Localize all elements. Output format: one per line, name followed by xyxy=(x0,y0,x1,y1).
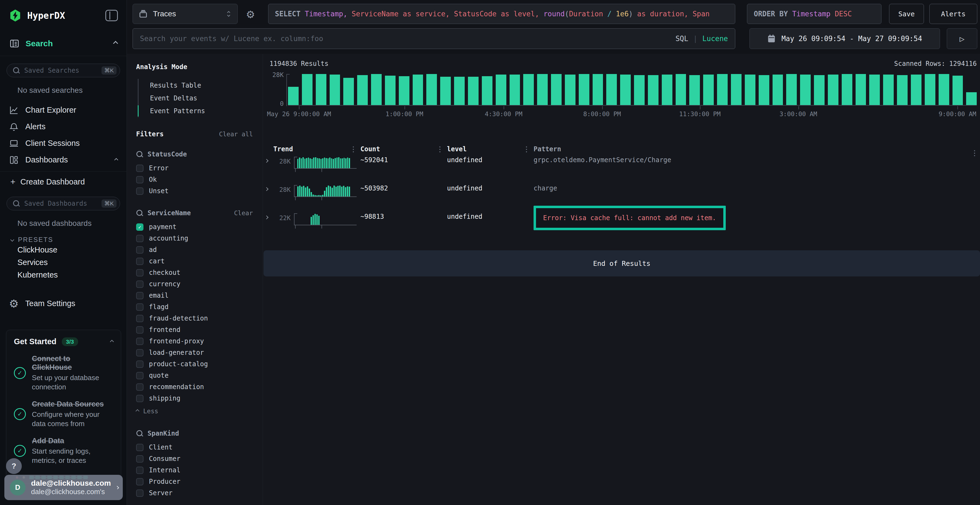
column-separator-icon[interactable] xyxy=(439,146,441,152)
histogram-bar[interactable] xyxy=(426,74,437,105)
checkbox[interactable] xyxy=(136,360,143,368)
checkbox[interactable] xyxy=(136,258,143,265)
sidebar-item-chart-explorer[interactable]: Chart Explorer xyxy=(0,102,127,118)
checkbox[interactable] xyxy=(136,338,143,345)
histogram-bar[interactable] xyxy=(482,76,492,105)
histogram-bar[interactable] xyxy=(565,75,576,105)
checkbox[interactable] xyxy=(136,349,143,356)
analysis-mode-item[interactable]: Results Table xyxy=(138,79,253,92)
date-range-picker[interactable]: May 26 09:09:54 - May 27 09:09:54 xyxy=(749,28,940,49)
histogram-bar[interactable] xyxy=(537,74,548,105)
analysis-mode-item[interactable]: Event Deltas xyxy=(138,92,253,105)
histogram-bar[interactable] xyxy=(939,74,949,105)
filter-option[interactable]: Producer xyxy=(136,476,253,487)
histogram-bar[interactable] xyxy=(842,74,852,105)
filter-option[interactable]: Server xyxy=(136,487,253,499)
filter-option[interactable]: frontend xyxy=(136,324,253,335)
histogram-bar[interactable] xyxy=(828,75,838,105)
histogram-bar[interactable] xyxy=(731,74,741,105)
chevron-right-icon[interactable] xyxy=(265,216,269,219)
sidebar-preset-item[interactable]: ClickHouse xyxy=(18,243,127,256)
histogram-bar[interactable] xyxy=(330,75,340,105)
histogram-bar[interactable] xyxy=(897,75,908,105)
histogram-bar[interactable] xyxy=(316,74,326,105)
histogram-bar[interactable] xyxy=(759,75,769,105)
run-query-button[interactable]: ▷ xyxy=(947,28,977,49)
filter-option[interactable]: Ok xyxy=(136,174,253,185)
checkbox[interactable] xyxy=(136,467,143,474)
checkbox[interactable] xyxy=(136,269,143,276)
histogram-bar[interactable] xyxy=(689,75,700,105)
filter-option[interactable]: cart xyxy=(136,256,253,267)
histogram-bar[interactable] xyxy=(717,74,728,105)
histogram-bar[interactable] xyxy=(399,76,409,105)
checkbox[interactable] xyxy=(136,478,143,485)
sidebar-collapse-icon[interactable] xyxy=(105,10,118,21)
filter-option[interactable]: accounting xyxy=(136,233,253,244)
filter-option[interactable]: product-catalog xyxy=(136,358,253,370)
saved-searches-input[interactable]: Saved Searches ⌘K xyxy=(6,64,120,77)
source-settings-gear-icon[interactable]: ⚙ xyxy=(242,4,259,24)
chevron-right-icon[interactable] xyxy=(265,187,269,191)
chevron-right-icon[interactable] xyxy=(265,159,269,163)
filter-option[interactable]: checkout xyxy=(136,267,253,278)
checkbox[interactable] xyxy=(136,292,143,299)
filter-option[interactable]: shipping xyxy=(136,392,253,404)
filter-option[interactable]: quote xyxy=(136,370,253,381)
checkbox[interactable] xyxy=(136,315,143,322)
histogram-bar[interactable] xyxy=(468,77,479,105)
checkbox[interactable] xyxy=(136,235,143,242)
get-started-item[interactable]: ✓Connect to ClickHouseSet up your databa… xyxy=(14,354,113,392)
filter-option[interactable]: Error xyxy=(136,162,253,174)
histogram-bar[interactable] xyxy=(662,75,672,105)
histogram-bar[interactable] xyxy=(551,74,562,105)
histogram-bar[interactable] xyxy=(440,77,451,105)
histogram-bar[interactable] xyxy=(385,76,396,105)
language-toggle-lucene[interactable]: Lucene xyxy=(702,35,728,43)
filter-option[interactable]: flagd xyxy=(136,301,253,313)
column-separator-icon[interactable] xyxy=(526,146,527,152)
filter-option[interactable]: recommendation xyxy=(136,381,253,392)
histogram-bar[interactable] xyxy=(523,74,534,105)
histogram-bar[interactable] xyxy=(510,75,520,105)
checkbox[interactable] xyxy=(136,303,143,311)
filter-option[interactable]: load-generator xyxy=(136,347,253,358)
histogram-bar[interactable] xyxy=(786,74,797,105)
histogram-bar[interactable] xyxy=(925,74,935,105)
histogram-bar[interactable] xyxy=(288,87,299,105)
sidebar-item-search[interactable]: Search xyxy=(0,31,127,56)
sidebar-item-alerts[interactable]: Alerts xyxy=(0,118,127,135)
checkbox[interactable] xyxy=(136,489,143,497)
highlighted-error-pattern[interactable]: Error: Visa cache full: cannot add new i… xyxy=(533,206,726,230)
histogram-bar[interactable] xyxy=(302,74,312,105)
checkbox[interactable] xyxy=(136,444,143,451)
checkbox[interactable] xyxy=(136,372,143,379)
histogram-bar[interactable] xyxy=(703,75,714,105)
histogram-bar[interactable] xyxy=(454,77,465,105)
histogram-bar[interactable] xyxy=(343,78,354,105)
checkbox[interactable] xyxy=(136,281,143,288)
help-button[interactable]: ? xyxy=(6,458,22,474)
filter-option[interactable]: email xyxy=(136,290,253,301)
checkbox[interactable] xyxy=(136,176,143,183)
histogram-bar[interactable] xyxy=(634,75,644,105)
histogram-bar[interactable] xyxy=(883,75,894,105)
get-started-header[interactable]: Get Started 3/3 xyxy=(14,337,113,346)
filter-option[interactable]: Internal xyxy=(136,464,253,476)
table-row[interactable]: 28K~592041undefinedgrpc.oteldemo.Payment… xyxy=(265,154,977,183)
histogram-bar[interactable] xyxy=(966,92,977,105)
filter-option[interactable]: Consumer xyxy=(136,453,253,464)
histogram-bar[interactable] xyxy=(745,75,756,105)
checkbox[interactable] xyxy=(136,383,143,391)
sidebar-preset-item[interactable]: Services xyxy=(18,256,127,268)
filter-option[interactable]: ✓payment xyxy=(136,221,253,233)
histogram-bar[interactable] xyxy=(773,75,783,105)
filter-option[interactable]: Client xyxy=(136,441,253,453)
get-started-item[interactable]: ✓Create Data SourcesConfigure where your… xyxy=(14,400,113,428)
filter-option[interactable]: frontend-proxy xyxy=(136,335,253,347)
filter-option[interactable]: fraud-detection xyxy=(136,313,253,324)
histogram-bar[interactable] xyxy=(371,74,382,105)
user-account-chip[interactable]: D dale@clickhouse.com dale@clickhouse.co… xyxy=(4,475,123,500)
histogram-bar[interactable] xyxy=(413,75,423,105)
saved-dashboards-input[interactable]: Saved Dashboards ⌘K xyxy=(6,197,120,210)
